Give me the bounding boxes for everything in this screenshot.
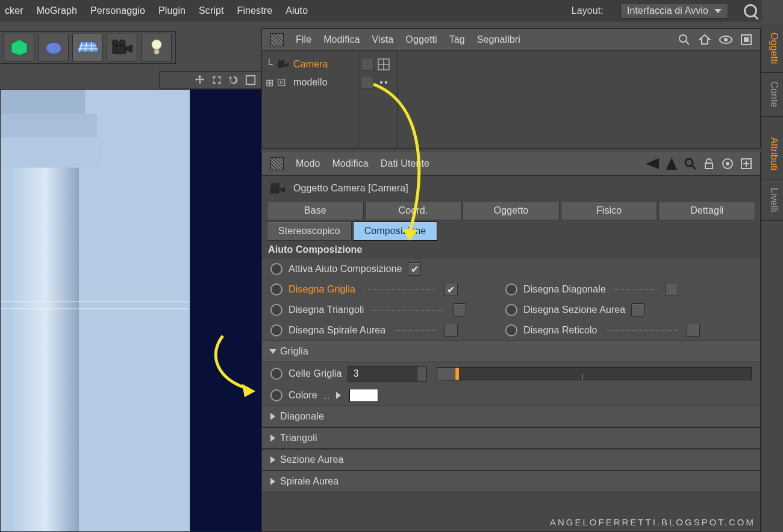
object-title-text: Oggetto Camera [Camera] <box>293 183 408 194</box>
menu-item[interactable]: Plugin <box>158 5 186 16</box>
layer-tag[interactable] <box>361 76 374 89</box>
stepper-icon[interactable] <box>417 367 426 381</box>
tree-label: Camera <box>293 59 328 70</box>
tool-light[interactable] <box>141 34 172 61</box>
opt-checkbox[interactable] <box>631 303 644 317</box>
anim-dot[interactable] <box>270 263 282 275</box>
tab-coord[interactable]: Coord. <box>365 201 462 220</box>
tab-dettagli[interactable]: Dettagli <box>658 201 755 220</box>
svg-marker-0 <box>11 40 27 55</box>
svg-point-41 <box>685 159 693 166</box>
move-icon[interactable] <box>195 75 205 85</box>
attr-menu[interactable]: Modo <box>296 158 320 169</box>
search-icon[interactable] <box>684 158 696 170</box>
rotate-icon[interactable] <box>228 75 239 85</box>
expand-icon[interactable]: ⊞ <box>266 77 273 88</box>
tree-row-model[interactable]: ⊞ 0 modello <box>266 73 354 91</box>
sidetab-livelli[interactable]: Livelli <box>761 179 783 221</box>
sidetab-oggetti[interactable]: Oggetti <box>761 24 783 73</box>
anim-dot[interactable] <box>270 283 282 295</box>
cells-input[interactable]: 3 <box>348 366 427 382</box>
layout-select[interactable]: Interfaccia di Avvio <box>620 3 728 19</box>
expand-icon[interactable] <box>336 392 341 399</box>
obj-menu[interactable]: Modifica <box>323 34 360 45</box>
enable-checkbox[interactable]: ✔ <box>408 262 421 276</box>
anim-dot[interactable] <box>270 324 282 336</box>
tree-label: modello <box>293 77 328 88</box>
sidetab-conte[interactable]: Conte <box>761 73 783 116</box>
anim-dot[interactable] <box>505 283 517 295</box>
view-icon[interactable] <box>270 157 284 170</box>
maximize-icon[interactable] <box>245 75 256 85</box>
viewport[interactable] <box>0 89 261 532</box>
svg-rect-14 <box>246 76 255 84</box>
opt-label: Disegna Sezione Aurea <box>523 305 625 315</box>
tab-stereoscopico[interactable]: Stereoscopico <box>267 221 352 241</box>
attr-menu[interactable]: Modifica <box>332 158 368 169</box>
tree-row-camera[interactable]: └ Camera <box>266 55 354 73</box>
search-icon[interactable] <box>744 4 757 17</box>
obj-menu[interactable]: File <box>296 34 311 45</box>
sidetab-attributi[interactable]: Attributi <box>761 129 783 179</box>
obj-menu[interactable]: Segnalibri <box>477 34 520 45</box>
attr-tabs-row1: Base Coord. Oggetto Fisico Dettagli <box>262 201 760 220</box>
fold-griglia[interactable]: Griglia <box>262 341 760 362</box>
tab-composizione[interactable]: Composizione <box>353 221 438 241</box>
up-icon[interactable] <box>666 158 677 170</box>
menu-item[interactable]: Script <box>199 5 224 16</box>
svg-marker-52 <box>279 187 285 192</box>
home-icon[interactable] <box>699 34 711 46</box>
menu-item[interactable]: Aiuto <box>285 5 308 16</box>
fold-triangoli[interactable]: Triangoli <box>262 427 760 449</box>
fold-diagonale[interactable]: Diagonale <box>262 406 760 427</box>
anim-dot[interactable] <box>505 304 517 316</box>
menu-item[interactable]: MoGraph <box>37 5 77 16</box>
anim-dot[interactable] <box>270 368 282 380</box>
anim-dot[interactable] <box>505 324 517 336</box>
search-icon[interactable] <box>678 34 690 46</box>
eye-icon[interactable] <box>719 35 732 45</box>
opt-checkbox[interactable] <box>445 324 458 337</box>
null-icon: 0 <box>276 77 290 88</box>
tool-floor[interactable] <box>72 34 103 61</box>
fold-sezione-aurea[interactable]: Sezione Aurea <box>262 449 760 471</box>
back-icon[interactable] <box>646 158 659 169</box>
color-swatch[interactable] <box>349 389 378 402</box>
tab-oggetto[interactable]: Oggetto <box>463 201 560 220</box>
obj-menu[interactable]: Vista <box>372 34 394 45</box>
anim-dot[interactable] <box>270 304 282 316</box>
scale-icon[interactable] <box>211 75 222 85</box>
crosshair-icon[interactable] <box>378 58 390 70</box>
anim-dot[interactable] <box>270 389 282 401</box>
target-icon[interactable] <box>722 158 734 170</box>
new-icon[interactable] <box>741 158 752 169</box>
cells-label: Celle Griglia <box>289 368 342 379</box>
svg-point-10 <box>119 40 125 46</box>
lock-icon[interactable] <box>703 158 714 170</box>
view-icon[interactable] <box>270 33 284 46</box>
opt-checkbox[interactable]: ✔ <box>445 283 458 296</box>
settings-icon[interactable] <box>741 34 752 45</box>
opt-label: Disegna Triangoli <box>289 305 364 315</box>
fold-spirale-aurea[interactable]: Spirale Aurea <box>262 471 760 492</box>
menu-item[interactable]: Personaggio <box>90 5 145 16</box>
attr-menu[interactable]: Dati Utente <box>381 158 429 169</box>
tool-camera[interactable] <box>107 34 137 61</box>
cells-slider[interactable] <box>437 367 752 380</box>
menu-item[interactable]: Finestre <box>237 5 273 16</box>
opt-checkbox[interactable] <box>665 283 678 296</box>
obj-menu[interactable]: Oggetti <box>405 34 437 45</box>
object-tree[interactable]: └ Camera ⊞ 0 modello <box>262 51 358 148</box>
tool-shape[interactable] <box>38 34 69 61</box>
layer-tag[interactable] <box>361 58 374 71</box>
visibility-dots-icon[interactable] <box>378 76 390 88</box>
opt-checkbox[interactable] <box>687 324 700 337</box>
svg-rect-43 <box>705 163 713 169</box>
attributes-panel: Modo Modifica Dati Utente Oggetto Camera… <box>261 152 761 532</box>
tool-primitive[interactable] <box>4 34 34 61</box>
menu-item[interactable]: cker <box>5 5 23 16</box>
tab-base[interactable]: Base <box>267 201 364 220</box>
tab-fisico[interactable]: Fisico <box>561 201 658 220</box>
obj-menu[interactable]: Tag <box>449 34 465 45</box>
opt-checkbox[interactable] <box>453 303 466 317</box>
